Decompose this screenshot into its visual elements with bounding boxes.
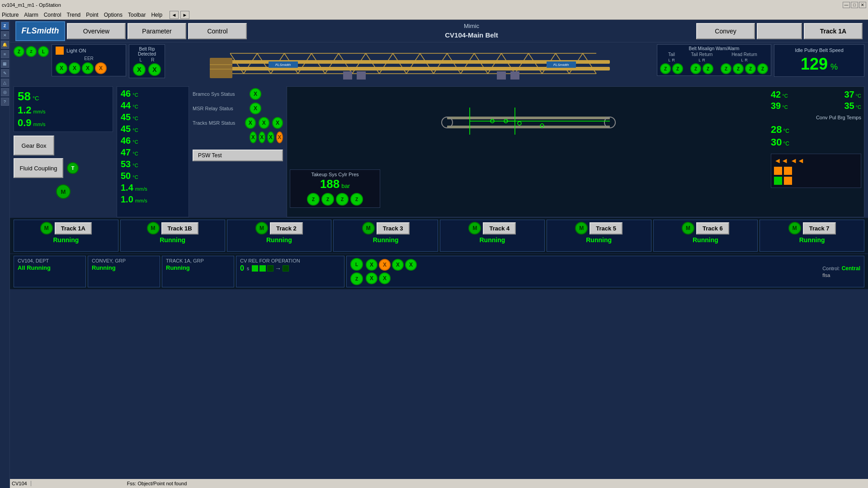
tracks-msr-row: Tracks MSR Status X X X (193, 117, 283, 129)
track-3-m[interactable]: M (362, 222, 375, 235)
control-button[interactable]: Control (188, 23, 247, 39)
track-card-2: M Track 2 Running (227, 220, 332, 252)
back-arrow-button[interactable]: ◄ (170, 11, 179, 19)
track-6-button[interactable]: Track 6 (696, 222, 729, 235)
eer-x3[interactable]: X (82, 62, 94, 74)
cv-rel-label: CV REL FOR OPERATION (240, 258, 340, 263)
extra-x1[interactable]: X (250, 131, 257, 143)
status-x1[interactable]: X (366, 259, 377, 271)
takeup-z4[interactable]: Z (350, 193, 363, 206)
eer-x4[interactable]: X (95, 62, 107, 74)
right-large-panel: Takeup Sys Cylr Pres 188 bar Z Z Z Z (287, 86, 864, 217)
track-5-m[interactable]: M (575, 222, 588, 235)
ct1: 46 °C (121, 89, 185, 99)
head-return-lr: L R (741, 58, 748, 62)
eer-x2[interactable]: X (69, 62, 80, 74)
sidebar-icon-1[interactable]: Z (1, 22, 9, 30)
z-circle-2[interactable]: Z (26, 46, 37, 57)
menu-help[interactable]: Help (151, 12, 162, 18)
eer-x1[interactable]: X (56, 62, 67, 74)
menu-options[interactable]: Options (104, 12, 123, 18)
tail-return-z-l[interactable]: Z (690, 63, 701, 74)
head-return-z-r[interactable]: Z (733, 63, 744, 74)
maximize-button[interactable]: □ (851, 2, 858, 8)
tail-z-l[interactable]: Z (660, 63, 671, 74)
extra-x2[interactable]: X (259, 131, 266, 143)
track-7-button[interactable]: Track 7 (803, 222, 836, 235)
t-circle[interactable]: T (67, 162, 79, 174)
tracks-msr-x1[interactable]: X (245, 117, 256, 129)
track-1a-button[interactable]: Track 1A (55, 222, 92, 235)
forward-arrow-button[interactable]: ► (180, 11, 189, 19)
bt2: 30 °C (771, 136, 861, 148)
minimize-button[interactable]: — (843, 2, 850, 8)
takeup-z1[interactable]: Z (307, 193, 320, 206)
takeup-z3[interactable]: Z (336, 193, 349, 206)
msr-relay-x[interactable]: X (250, 103, 261, 114)
belt-rip-x-l[interactable]: X (133, 63, 146, 76)
track-1b-button[interactable]: Track 1B (161, 222, 198, 235)
track-7-status: Running (799, 236, 825, 244)
status-x2[interactable]: X (379, 259, 391, 271)
sidebar-icon-3[interactable]: 🔔 (1, 41, 9, 49)
track-2-m[interactable]: M (255, 222, 268, 235)
track1a-button[interactable]: Track 1A (804, 23, 863, 39)
belt-label: CV104-Main Belt (249, 30, 694, 40)
gear-box-button[interactable]: Gear Box (14, 136, 54, 155)
tracks-msr-x2[interactable]: X (259, 117, 269, 129)
convey-button[interactable]: Convey (696, 23, 755, 39)
track-4-m[interactable]: M (468, 222, 481, 235)
gear-box-row: Gear Box (14, 136, 113, 155)
menu-trend[interactable]: Trend (66, 12, 80, 18)
m-circle-main[interactable]: M (56, 184, 71, 199)
track-1b-m[interactable]: M (147, 222, 160, 235)
sidebar-icon-5[interactable]: ▦ (1, 60, 9, 68)
extra-x4[interactable]: X (276, 131, 283, 143)
status-l-circle[interactable]: L (350, 258, 363, 271)
head-return-z-l[interactable]: Z (721, 63, 731, 74)
status-x4[interactable]: X (405, 259, 417, 271)
track-7-top: M Track 7 (788, 222, 836, 235)
tail-return-z-r[interactable]: Z (703, 63, 713, 74)
psw-test-button[interactable]: PSW Test (193, 150, 283, 161)
track-5-button[interactable]: Track 5 (590, 222, 623, 235)
track-2-button[interactable]: Track 2 (270, 222, 303, 235)
belt-rip-x-r[interactable]: X (148, 63, 161, 76)
takeup-row: Takeup Sys Cylr Pres 188 bar Z Z Z Z (290, 169, 767, 208)
track-7-m[interactable]: M (788, 222, 801, 235)
menu-picture[interactable]: Picture (2, 12, 19, 18)
sidebar-icon-9[interactable]: ? (1, 98, 9, 106)
status-z-circle[interactable]: Z (350, 272, 363, 285)
sidebar-icon-2[interactable]: ✕ (1, 31, 9, 39)
menu-alarm[interactable]: Alarm (24, 12, 38, 18)
sidebar-icon-7[interactable]: △ (1, 79, 9, 87)
sidebar-icon-4[interactable]: ≡ (1, 50, 9, 58)
tracks-msr-x3[interactable]: X (272, 117, 283, 129)
sidebar-icon-6[interactable]: ✎ (1, 69, 9, 77)
status-x3[interactable]: X (392, 259, 404, 271)
takeup-z2[interactable]: Z (321, 193, 334, 206)
overview-button[interactable]: Overview (67, 23, 126, 39)
z-circle-1[interactable]: Z (14, 46, 24, 57)
empty-button[interactable] (757, 23, 802, 39)
close-button[interactable]: ✕ (859, 2, 866, 8)
head-return-z-r2[interactable]: Z (757, 63, 768, 74)
menu-toolbar[interactable]: Toolbar (128, 12, 146, 18)
parameter-button[interactable]: Parameter (127, 23, 186, 39)
track-1a-m[interactable]: M (40, 222, 53, 235)
extra-x3[interactable]: X (267, 131, 274, 143)
fluid-coupling-button[interactable]: Fluid Coupling (14, 158, 63, 178)
status-x5[interactable]: X (366, 272, 377, 284)
sidebar-icon-8[interactable]: ◎ (1, 88, 9, 96)
bottom-status-groups: CV104, DEPT All Running CONVEY, GRP Runn… (10, 253, 868, 289)
menu-point[interactable]: Point (86, 12, 98, 18)
status-x6[interactable]: X (379, 272, 391, 284)
tail-z-r[interactable]: Z (672, 63, 683, 74)
l-circle[interactable]: L (38, 46, 49, 57)
track-4-button[interactable]: Track 4 (483, 222, 516, 235)
head-return-z-l2[interactable]: Z (745, 63, 756, 74)
track-3-button[interactable]: Track 3 (377, 222, 410, 235)
bramco-x[interactable]: X (250, 88, 261, 100)
track-6-m[interactable]: M (682, 222, 694, 235)
menu-control[interactable]: Control (44, 12, 61, 18)
